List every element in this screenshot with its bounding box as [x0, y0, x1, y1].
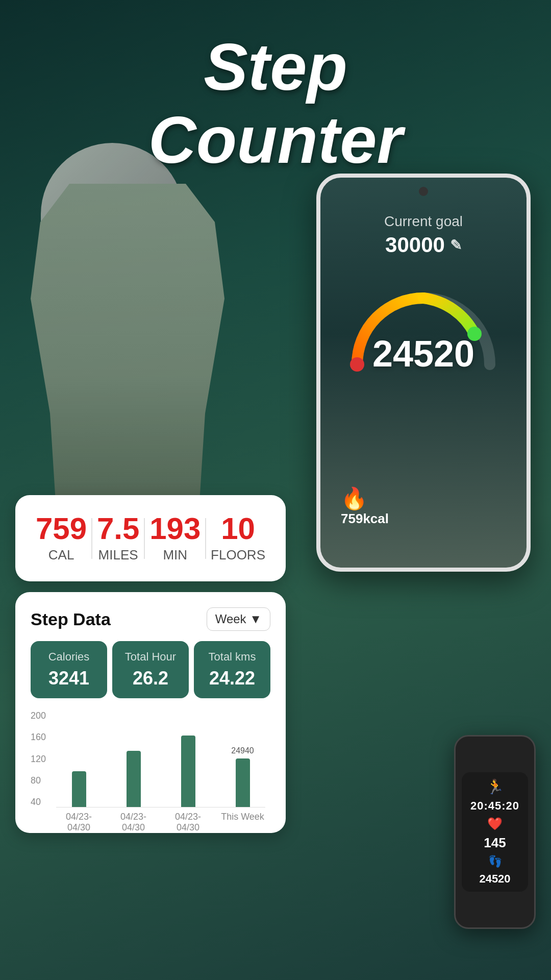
- bar-3: [181, 736, 195, 807]
- fire-icon: 🔥: [341, 486, 367, 511]
- bar-group-1: [56, 768, 102, 807]
- total-kms-label: Total kms: [200, 650, 264, 664]
- stat-divider-3: [205, 518, 206, 559]
- calories-label: CAL: [48, 547, 74, 563]
- min-label: MIN: [163, 547, 187, 563]
- calories-value: 759: [36, 513, 87, 544]
- goal-value-row: 30000 ✎: [385, 233, 462, 257]
- chart-y-labels: 40 80 120 160 200: [31, 710, 46, 807]
- app-title: Step Counter: [0, 31, 551, 177]
- bar-group-4: 24940: [220, 746, 265, 807]
- stat-floors: 10 FLOORS: [211, 513, 265, 563]
- stat-divider-1: [91, 518, 92, 559]
- wristband-device: 🏃 20:45:20 ❤️ 145 👣 24520: [454, 735, 536, 929]
- phone-bottom-info: 🔥 759kcal: [341, 486, 389, 527]
- y-label-160: 160: [31, 732, 46, 743]
- total-kms-value: 24.22: [200, 668, 264, 689]
- miles-value: 7.5: [97, 513, 139, 544]
- floors-label: FLOORS: [211, 547, 265, 563]
- y-label-40: 40: [31, 797, 46, 807]
- step-data-card: Step Data Week ▼ Calories 3241 Total Hou…: [15, 592, 286, 833]
- wristband-steps: 24520: [479, 872, 510, 886]
- calories-box-label: Calories: [37, 650, 101, 664]
- heart-icon: ❤️: [487, 817, 503, 831]
- gauge-container: 24520: [337, 267, 510, 380]
- title-line1: Step: [0, 31, 551, 104]
- stat-miles: 7.5 MILES: [97, 513, 139, 563]
- stat-min: 193 MIN: [149, 513, 201, 563]
- stat-calories: 759 CAL: [36, 513, 87, 563]
- miles-label: MILES: [98, 547, 138, 563]
- step-count: 24520: [372, 333, 474, 375]
- phone-screen: Current goal 30000 ✎: [320, 178, 527, 568]
- wristband-screen: 🏃 20:45:20 ❤️ 145 👣 24520: [462, 772, 528, 892]
- stats-card: 759 CAL 7.5 MILES 193 MIN 10 FLOORS: [15, 495, 286, 581]
- stat-divider-2: [144, 518, 145, 559]
- total-hour-label: Total Hour: [118, 650, 183, 664]
- y-label-120: 120: [31, 754, 46, 765]
- y-label-200: 200: [31, 710, 46, 721]
- bar-1: [72, 771, 86, 807]
- week-selector[interactable]: Week ▼: [207, 607, 270, 631]
- bar-2: [127, 751, 141, 807]
- calories-box: Calories 3241: [31, 641, 107, 698]
- kcal-label: 759kcal: [341, 511, 389, 527]
- wristband-time: 20:45:20: [470, 799, 519, 813]
- chart-area: 40 80 120 160 200: [31, 710, 270, 823]
- summary-boxes: Calories 3241 Total Hour 26.2 Total kms …: [31, 641, 270, 698]
- edit-icon[interactable]: ✎: [450, 237, 462, 254]
- x-label-2: 04/23-04/30: [111, 812, 156, 833]
- x-label-4: This Week: [220, 812, 265, 833]
- total-kms-box: Total kms 24.22: [194, 641, 270, 698]
- camera-dot: [419, 187, 428, 196]
- footsteps-icon: 👣: [488, 855, 502, 868]
- heart-rate: 145: [484, 835, 506, 851]
- phone-mockup: Current goal 30000 ✎: [316, 174, 531, 572]
- total-hour-value: 26.2: [118, 668, 183, 689]
- x-label-1: 04/23-04/30: [56, 812, 102, 833]
- x-label-3: 04/23-04/30: [165, 812, 211, 833]
- chart-x-labels: 04/23-04/30 04/23-04/30 04/23-04/30 This…: [56, 812, 265, 833]
- goal-number: 30000: [385, 233, 445, 257]
- bar-4: [236, 758, 250, 807]
- current-goal-label: Current goal: [384, 213, 463, 230]
- step-data-title: Step Data: [31, 609, 111, 629]
- app-root: Step Counter Current goal 30000 ✎: [0, 0, 551, 980]
- run-icon: 🏃: [486, 778, 504, 795]
- calories-box-value: 3241: [37, 668, 101, 689]
- chart-bars: 24940: [56, 710, 265, 807]
- bar-group-2: [111, 748, 156, 807]
- week-label: Week ▼: [215, 612, 262, 626]
- svg-point-1: [350, 357, 364, 372]
- bar-group-3: [165, 732, 211, 807]
- total-hour-box: Total Hour 26.2: [112, 641, 189, 698]
- bar-label-4: 24940: [231, 746, 254, 755]
- title-line2: Counter: [0, 104, 551, 177]
- floors-value: 10: [221, 513, 255, 544]
- step-data-header: Step Data Week ▼: [31, 607, 270, 631]
- y-label-80: 80: [31, 775, 46, 786]
- min-value: 193: [149, 513, 201, 544]
